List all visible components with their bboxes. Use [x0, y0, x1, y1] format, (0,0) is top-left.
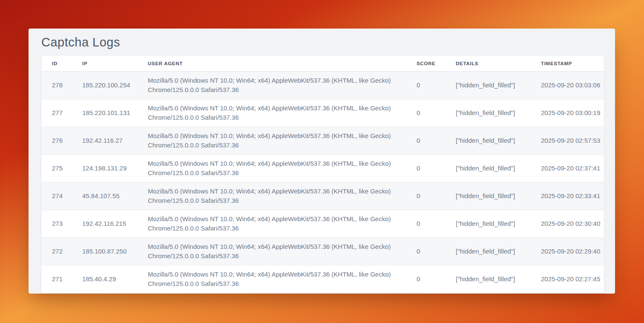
cell-user_agent: Mozilla/5.0 (Windows NT 10.0; Win64; x64… — [148, 155, 417, 182]
cell-ip: 192.42.116.27 — [82, 132, 148, 150]
cell-details: ["hidden_field_filled"] — [456, 215, 541, 233]
table-row: 271185.40.4.29Mozilla/5.0 (Windows NT 10… — [41, 265, 604, 293]
cell-timestamp: 2025-09-20 03:00:19 — [541, 104, 604, 122]
cell-id: 271 — [41, 270, 82, 288]
cell-timestamp: 2025-09-20 03:03:06 — [541, 76, 604, 94]
cell-details: ["hidden_field_filled"] — [456, 132, 541, 150]
table-row: 273192.42.116.215Mozilla/5.0 (Windows NT… — [41, 210, 604, 238]
cell-user_agent: Mozilla/5.0 (Windows NT 10.0; Win64; x64… — [148, 127, 417, 154]
table-row: 275124.198.131.29Mozilla/5.0 (Windows NT… — [41, 155, 604, 182]
cell-user_agent: Mozilla/5.0 (Windows NT 10.0; Win64; x64… — [148, 99, 417, 127]
cell-timestamp: 2025-09-20 02:27:45 — [541, 270, 604, 288]
table-row: 27445.84.107.55Mozilla/5.0 (Windows NT 1… — [41, 182, 604, 210]
cell-ip: 45.84.107.55 — [82, 187, 148, 205]
cell-timestamp: 2025-09-20 02:57:53 — [541, 132, 604, 150]
cell-timestamp: 2025-09-20 02:33:41 — [541, 187, 604, 205]
table-row: 278185.220.100.254Mozilla/5.0 (Windows N… — [41, 72, 604, 99]
cell-details: ["hidden_field_filled"] — [456, 270, 541, 288]
table-body: 278185.220.100.254Mozilla/5.0 (Windows N… — [41, 72, 604, 293]
table-row: 272185.100.87.250Mozilla/5.0 (Windows NT… — [41, 238, 604, 265]
column-header-user_agent: USER AGENT — [148, 61, 417, 66]
cell-id: 275 — [41, 159, 82, 177]
cell-score: 0 — [417, 215, 456, 233]
cell-details: ["hidden_field_filled"] — [456, 242, 541, 260]
page-title: Captcha Logs — [29, 29, 615, 56]
table-header-row: IDIPUSER AGENTSCOREDETAILSTIMESTAMP — [41, 56, 604, 72]
cell-timestamp: 2025-09-20 02:29:40 — [541, 242, 604, 260]
cell-score: 0 — [417, 270, 456, 288]
table-row: 277185.220.101.131Mozilla/5.0 (Windows N… — [41, 99, 604, 127]
table-row: 276192.42.116.27Mozilla/5.0 (Windows NT … — [41, 127, 604, 155]
cell-user_agent: Mozilla/5.0 (Windows NT 10.0; Win64; x64… — [148, 72, 417, 99]
column-header-timestamp: TIMESTAMP — [541, 61, 604, 66]
cell-details: ["hidden_field_filled"] — [456, 159, 541, 177]
cell-id: 274 — [41, 187, 82, 205]
cell-id: 272 — [41, 242, 82, 260]
cell-timestamp: 2025-09-20 02:37:41 — [541, 159, 604, 177]
cell-score: 0 — [417, 159, 456, 177]
cell-ip: 185.40.4.29 — [82, 270, 148, 288]
cell-user_agent: Mozilla/5.0 (Windows NT 10.0; Win64; x64… — [148, 265, 417, 293]
cell-ip: 124.198.131.29 — [82, 159, 148, 177]
cell-id: 277 — [41, 104, 82, 122]
column-header-id: ID — [41, 61, 82, 66]
cell-timestamp: 2025-09-20 02:30:40 — [541, 215, 604, 233]
cell-details: ["hidden_field_filled"] — [456, 76, 541, 94]
cell-ip: 185.100.87.250 — [82, 242, 148, 260]
cell-details: ["hidden_field_filled"] — [456, 187, 541, 205]
cell-score: 0 — [417, 104, 456, 122]
cell-ip: 185.220.101.131 — [82, 104, 148, 122]
cell-id: 273 — [41, 215, 82, 233]
logs-table[interactable]: IDIPUSER AGENTSCOREDETAILSTIMESTAMP 2781… — [41, 56, 604, 293]
column-header-details: DETAILS — [456, 61, 541, 66]
cell-id: 276 — [41, 132, 82, 150]
cell-score: 0 — [417, 132, 456, 150]
cell-id: 278 — [41, 76, 82, 94]
cell-user_agent: Mozilla/5.0 (Windows NT 10.0; Win64; x64… — [148, 182, 417, 210]
cell-ip: 185.220.100.254 — [82, 76, 148, 94]
column-header-score: SCORE — [417, 61, 456, 66]
cell-user_agent: Mozilla/5.0 (Windows NT 10.0; Win64; x64… — [148, 210, 417, 237]
column-header-ip: IP — [82, 61, 148, 66]
cell-ip: 192.42.116.215 — [82, 215, 148, 233]
cell-score: 0 — [417, 76, 456, 94]
cell-score: 0 — [417, 242, 456, 260]
cell-score: 0 — [417, 187, 456, 205]
cell-details: ["hidden_field_filled"] — [456, 104, 541, 122]
captcha-logs-card: Captcha Logs IDIPUSER AGENTSCOREDETAILST… — [29, 29, 615, 294]
cell-user_agent: Mozilla/5.0 (Windows NT 10.0; Win64; x64… — [148, 238, 417, 265]
